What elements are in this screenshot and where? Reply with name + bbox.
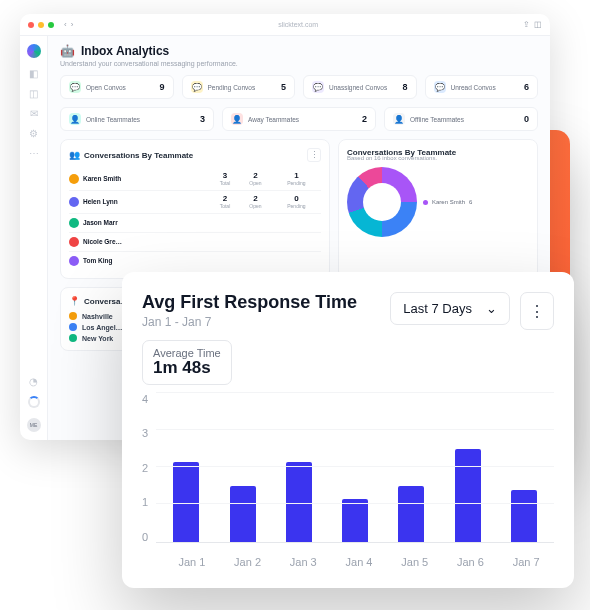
- stat-label: Away Teammates: [248, 116, 357, 123]
- x-tick: Jan 6: [443, 556, 499, 568]
- bar[interactable]: [173, 462, 199, 542]
- nav-automations-icon[interactable]: ⚙: [29, 128, 39, 138]
- stat-label: Offline Teammates: [410, 116, 519, 123]
- card-menu-button[interactable]: ⋮: [520, 292, 554, 330]
- stat-card[interactable]: 👤Offline Teammates0: [384, 107, 538, 131]
- y-tick: 2: [142, 462, 148, 474]
- stat-label: Unread Convos: [451, 84, 519, 91]
- bar[interactable]: [342, 499, 368, 542]
- avatar-icon: [69, 218, 79, 228]
- nav-forward-icon[interactable]: ›: [71, 20, 74, 29]
- stat-card[interactable]: 👤Away Teammates2: [222, 107, 376, 131]
- stat-label: Pending Convos: [208, 84, 276, 91]
- panel-title: Conversations By Teammate: [84, 151, 307, 160]
- table-row[interactable]: Karen Smith3Total2Open1Pending: [69, 168, 321, 191]
- stat-row: 💬Open Convos9💬Pending Convos5💬Unassigned…: [60, 75, 538, 99]
- stat-label: Online Teammates: [86, 116, 195, 123]
- stat-value: 8: [402, 82, 407, 92]
- color-dot-icon: [69, 334, 77, 342]
- stat-icon: 💬: [191, 81, 203, 93]
- avatar-icon: [69, 256, 79, 266]
- panel-menu-button[interactable]: ⋮: [307, 148, 321, 162]
- bar-chart: 43210: [142, 393, 554, 548]
- avatar-icon: [69, 197, 79, 207]
- table-row[interactable]: Tom King: [69, 252, 321, 271]
- stat-card[interactable]: 💬Pending Convos5: [182, 75, 296, 99]
- stat-icon: 💬: [69, 81, 81, 93]
- bar[interactable]: [398, 486, 424, 542]
- close-icon[interactable]: [28, 22, 34, 28]
- page-subtitle: Understand your conversational messaging…: [60, 60, 538, 67]
- y-tick: 1: [142, 496, 148, 508]
- legend-dot-icon: [423, 200, 428, 205]
- nav-home-icon[interactable]: ◧: [29, 68, 39, 78]
- window-controls[interactable]: [28, 22, 54, 28]
- avatar[interactable]: ME: [27, 418, 41, 432]
- date-range-select[interactable]: Last 7 Days ⌄: [390, 292, 510, 325]
- x-tick: Jan 5: [387, 556, 443, 568]
- notifications-icon[interactable]: ◔: [29, 376, 39, 386]
- table-row[interactable]: Jason Marr: [69, 214, 321, 233]
- legend-label: Karen Smith: [432, 199, 465, 205]
- bar[interactable]: [230, 486, 256, 542]
- nav-back-icon[interactable]: ‹: [64, 20, 67, 29]
- stat-card[interactable]: 💬Unread Convos6: [425, 75, 539, 99]
- nav-more-icon[interactable]: ⋯: [29, 148, 39, 158]
- stat-value: 3: [200, 114, 205, 124]
- bar[interactable]: [286, 462, 312, 542]
- people-icon: 👥: [69, 150, 80, 160]
- app-sidebar: ◧ ◫ ✉ ⚙ ⋯ ◔ ME: [20, 36, 48, 440]
- average-time-pill: Average Time 1m 48s: [142, 340, 232, 385]
- x-tick: Jan 7: [498, 556, 554, 568]
- stat-icon: 👤: [69, 113, 81, 125]
- stat-card[interactable]: 💬Unassigned Convos8: [303, 75, 417, 99]
- select-value: Last 7 Days: [403, 301, 472, 316]
- stat-value: 6: [524, 82, 529, 92]
- bar[interactable]: [511, 490, 537, 542]
- x-axis: Jan 1Jan 2Jan 3Jan 4Jan 5Jan 6Jan 7: [142, 556, 554, 568]
- legend-item: Karen Smith 6: [423, 199, 472, 205]
- nav-contacts-icon[interactable]: ◫: [29, 88, 39, 98]
- stat-card[interactable]: 💬Open Convos9: [60, 75, 174, 99]
- x-tick: Jan 4: [331, 556, 387, 568]
- minimize-icon[interactable]: [38, 22, 44, 28]
- table-row[interactable]: Nicole Gre…: [69, 233, 321, 252]
- stat-card[interactable]: 👤Online Teammates3: [60, 107, 214, 131]
- avatar-icon: [69, 174, 79, 184]
- stat-icon: 👤: [393, 113, 405, 125]
- response-time-card: Avg First Response Time Jan 1 - Jan 7 La…: [122, 272, 574, 588]
- y-tick: 3: [142, 427, 148, 439]
- location-icon: 📍: [69, 296, 80, 306]
- stat-label: Open Convos: [86, 84, 154, 91]
- loading-spinner-icon: [28, 396, 40, 408]
- table-row[interactable]: Helen Lynn2Total2Open0Pending: [69, 191, 321, 214]
- avatar-icon: [69, 237, 79, 247]
- stat-row: 👤Online Teammates3👤Away Teammates2👤Offli…: [60, 107, 538, 131]
- page-title: Inbox Analytics: [81, 44, 169, 58]
- card-title: Avg First Response Time: [142, 292, 380, 313]
- teammates-table-panel: 👥 Conversations By Teammate ⋮ Karen Smit…: [60, 139, 330, 279]
- color-dot-icon: [69, 312, 77, 320]
- stat-icon: 💬: [434, 81, 446, 93]
- stat-label: Unassigned Convos: [329, 84, 397, 91]
- plot-area: [156, 393, 554, 543]
- bar[interactable]: [455, 449, 481, 542]
- x-tick: Jan 1: [164, 556, 220, 568]
- nav-campaigns-icon[interactable]: ✉: [29, 108, 39, 118]
- stat-icon: 👤: [231, 113, 243, 125]
- maximize-icon[interactable]: [48, 22, 54, 28]
- donut-chart: [347, 167, 417, 237]
- tabs-icon[interactable]: ◫: [534, 20, 542, 29]
- card-date-range: Jan 1 - Jan 7: [142, 315, 380, 329]
- url-bar[interactable]: slicktext.com: [77, 21, 519, 28]
- app-logo-icon[interactable]: [27, 44, 41, 58]
- color-dot-icon: [69, 323, 77, 331]
- browser-chrome: ‹ › slicktext.com ⇪ ◫: [20, 14, 550, 36]
- y-axis: 43210: [142, 393, 148, 543]
- chevron-down-icon: ⌄: [486, 301, 497, 316]
- y-tick: 4: [142, 393, 148, 405]
- legend-value: 6: [469, 199, 472, 205]
- x-tick: Jan 2: [220, 556, 276, 568]
- avg-value: 1m 48s: [153, 359, 221, 378]
- share-icon[interactable]: ⇪: [523, 20, 530, 29]
